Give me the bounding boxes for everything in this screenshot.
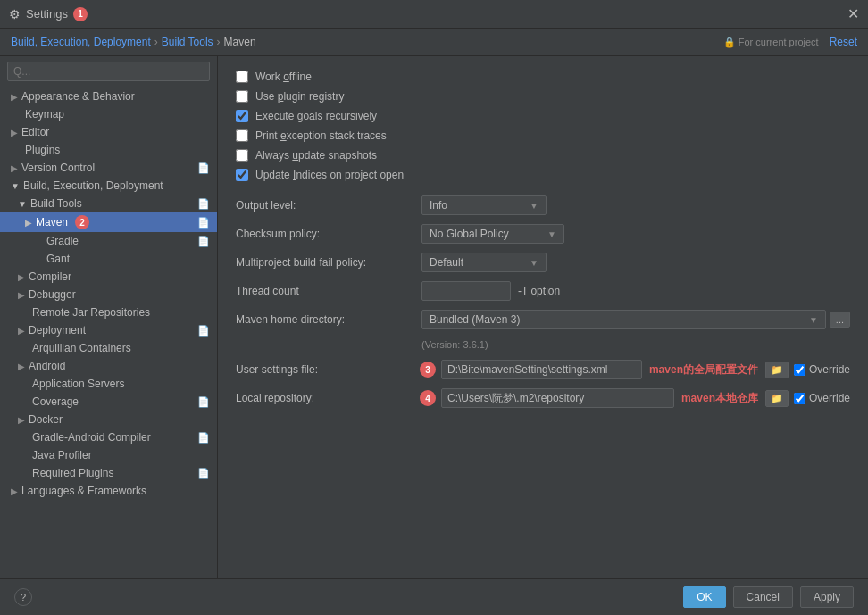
sidebar-item-docker[interactable]: ▶ Docker: [0, 411, 217, 428]
breadcrumb-path: Build, Execution, Deployment › Build Too…: [11, 36, 256, 48]
user-settings-badge: 3: [420, 362, 436, 378]
expand-icon: ▶: [11, 163, 18, 173]
sidebar-label: Docker: [29, 413, 63, 426]
work-offline-checkbox[interactable]: [236, 71, 248, 83]
dropdown-arrow-icon: ▼: [530, 201, 538, 211]
sidebar-label: Gradle: [46, 235, 79, 247]
sidebar-item-remote-jar[interactable]: Remote Jar Repositories: [0, 303, 217, 321]
user-settings-row: User settings file: 3 maven的全局配置文件 📁 Ove…: [236, 360, 850, 379]
sidebar-item-gant[interactable]: Gant: [0, 250, 217, 268]
breadcrumb-part-1[interactable]: Build, Execution, Deployment: [11, 36, 151, 48]
breadcrumb-part-2[interactable]: Build Tools: [162, 36, 213, 48]
page-icon: 📄: [197, 162, 210, 174]
work-offline-label: Work offline: [255, 71, 312, 83]
user-settings-input[interactable]: [441, 360, 642, 379]
use-plugin-registry-checkbox[interactable]: [236, 90, 248, 103]
sidebar-item-android[interactable]: ▶ Android: [0, 357, 217, 375]
breadcrumb-sep-1: ›: [154, 36, 158, 48]
output-level-label: Output level:: [236, 199, 414, 212]
print-exception-label: Print exception stack traces: [255, 129, 387, 142]
close-button[interactable]: ✕: [847, 5, 859, 22]
print-exception-checkbox[interactable]: [236, 129, 248, 142]
sidebar-item-editor[interactable]: ▶ Editor: [0, 123, 217, 141]
expand-icon: ▶: [18, 326, 25, 336]
local-repository-label: Local repository:: [236, 392, 414, 404]
sidebar-item-languages[interactable]: ▶ Languages & Frameworks: [0, 482, 217, 500]
expand-icon: ▶: [11, 92, 18, 102]
sidebar-label: Java Profiler: [32, 449, 92, 461]
page-icon: 📄: [197, 217, 210, 229]
page-icon: 📄: [197, 236, 210, 247]
sidebar-label: Version Control: [21, 162, 95, 174]
reset-link[interactable]: Reset: [830, 36, 857, 48]
update-indices-checkbox[interactable]: [236, 169, 248, 181]
checksum-policy-value: No Global Policy: [430, 228, 509, 240]
title-badge: 1: [73, 7, 88, 21]
page-icon: 📄: [197, 198, 210, 210]
sidebar-item-build-exec[interactable]: ▼ Build, Execution, Deployment: [0, 177, 217, 195]
always-update-checkbox[interactable]: [236, 149, 248, 162]
local-repository-override: Override: [794, 392, 850, 404]
thread-count-input[interactable]: [421, 281, 511, 301]
breadcrumb-right: 🔒 For current project Reset: [723, 36, 857, 48]
output-level-select[interactable]: Info ▼: [421, 195, 547, 215]
sidebar-label: Coverage: [32, 395, 79, 408]
sidebar-label: Editor: [21, 126, 49, 138]
t-option-label: -T option: [518, 285, 560, 297]
sidebar-label: Arquillian Containers: [32, 342, 131, 354]
checksum-policy-select[interactable]: No Global Policy ▼: [421, 224, 564, 244]
user-settings-override-checkbox[interactable]: [794, 364, 805, 376]
breadcrumb-bar: Build, Execution, Deployment › Build Too…: [0, 29, 868, 56]
settings-window: ⚙ Settings 1 ✕ Build, Execution, Deploym…: [0, 0, 868, 615]
sidebar-item-version-control[interactable]: ▶ Version Control 📄: [0, 159, 217, 177]
ok-button[interactable]: OK: [683, 586, 725, 608]
local-repository-row: Local repository: 4 maven本地仓库 📁 Override: [236, 388, 850, 408]
sidebar-item-build-tools[interactable]: ▼ Build Tools 📄: [0, 195, 217, 212]
sidebar-item-compiler[interactable]: ▶ Compiler: [0, 268, 217, 286]
sidebar-label: Gradle-Android Compiler: [32, 431, 151, 444]
sidebar-label: Debugger: [29, 288, 76, 301]
multiproject-policy-select[interactable]: Default ▼: [421, 253, 547, 272]
sidebar-item-plugins[interactable]: Plugins: [0, 141, 217, 159]
execute-goals-checkbox[interactable]: [236, 110, 248, 122]
execute-goals-label: Execute goals recursively: [255, 110, 377, 122]
use-plugin-registry-row: Use plugin registry: [236, 90, 850, 103]
dropdown-arrow-icon: ▼: [547, 229, 556, 239]
sidebar-item-gradle-android[interactable]: Gradle-Android Compiler 📄: [0, 428, 217, 446]
sidebar-item-debugger[interactable]: ▶ Debugger: [0, 286, 217, 303]
local-repository-badge: 4: [420, 390, 436, 406]
local-repository-browse-button[interactable]: 📁: [765, 390, 789, 407]
user-settings-browse-button[interactable]: 📁: [765, 362, 789, 378]
maven-home-row: Maven home directory: Bundled (Maven 3) …: [236, 310, 850, 329]
apply-button[interactable]: Apply: [800, 586, 854, 608]
work-offline-row: Work offline: [236, 71, 850, 83]
main-content: ▶ Appearance & Behavior Keymap ▶ Editor …: [0, 56, 868, 578]
sidebar-label: Deployment: [29, 324, 86, 337]
sidebar-item-keymap[interactable]: Keymap: [0, 105, 217, 123]
sidebar-item-maven[interactable]: ▶ Maven 2 📄: [0, 212, 217, 232]
sidebar-label: Appearance & Behavior: [21, 90, 135, 103]
sidebar: ▶ Appearance & Behavior Keymap ▶ Editor …: [0, 56, 218, 578]
sidebar-label: Gant: [46, 253, 70, 265]
sidebar-item-required-plugins[interactable]: Required Plugins 📄: [0, 464, 217, 482]
always-update-row: Always update snapshots: [236, 149, 850, 162]
search-input[interactable]: [7, 62, 210, 81]
sidebar-item-app-servers[interactable]: Application Servers: [0, 375, 217, 393]
page-icon: 📄: [197, 432, 210, 444]
use-plugin-label: Use plugin registry: [255, 90, 344, 103]
maven-home-select[interactable]: Bundled (Maven 3) ▼: [421, 310, 826, 329]
help-button[interactable]: ?: [14, 588, 32, 606]
title-bar: ⚙ Settings 1 ✕: [0, 0, 868, 29]
sidebar-item-coverage[interactable]: Coverage 📄: [0, 393, 217, 411]
update-indices-label: Update Indices on project open: [255, 169, 404, 181]
local-repository-override-checkbox[interactable]: [794, 393, 805, 404]
user-settings-override-label: Override: [809, 363, 850, 376]
sidebar-item-arquillian[interactable]: Arquillian Containers: [0, 339, 217, 357]
cancel-button[interactable]: Cancel: [733, 586, 793, 608]
maven-home-browse-button[interactable]: ...: [830, 312, 850, 328]
sidebar-item-java-profiler[interactable]: Java Profiler: [0, 446, 217, 464]
sidebar-item-deployment[interactable]: ▶ Deployment 📄: [0, 321, 217, 339]
sidebar-item-gradle[interactable]: Gradle 📄: [0, 232, 217, 250]
local-repository-input[interactable]: [441, 388, 674, 408]
sidebar-item-appearance[interactable]: ▶ Appearance & Behavior: [0, 87, 217, 105]
